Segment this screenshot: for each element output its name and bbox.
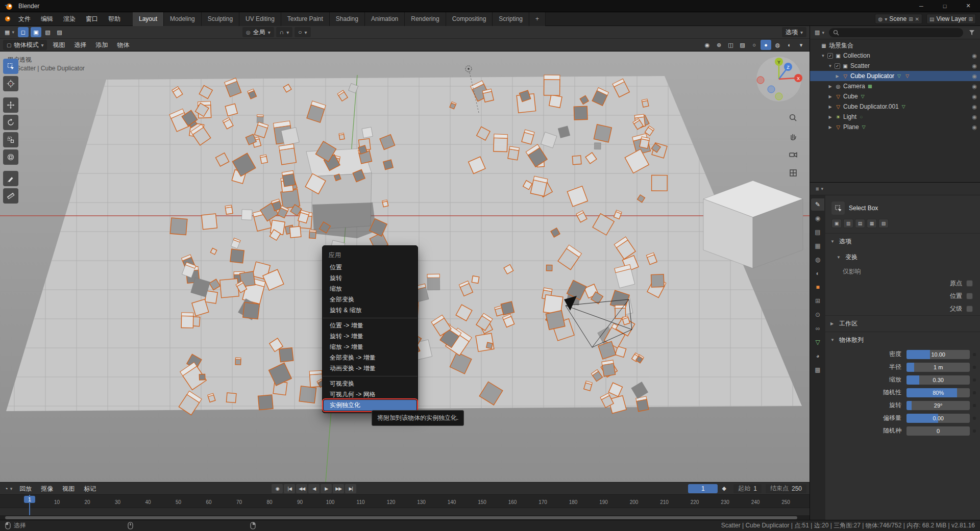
eye-icon[interactable] — [972, 63, 977, 69]
context-menu-item[interactable] — [323, 376, 418, 376]
context-menu-item[interactable]: 旋转 — [324, 273, 416, 284]
eye-icon[interactable] — [972, 83, 977, 90]
timeline-menu-item[interactable]: 标记 — [79, 483, 101, 495]
eye-icon[interactable] — [972, 93, 977, 100]
eye-icon[interactable] — [972, 73, 977, 80]
disclosure-arrow-icon[interactable]: ▶ — [827, 84, 833, 89]
outliner-row[interactable]: ▶ ◎ Camera ▩ — [810, 81, 980, 91]
workspace-tab[interactable]: Scripting — [493, 12, 529, 26]
eye-icon[interactable] — [972, 114, 977, 120]
measure-tool[interactable] — [3, 188, 18, 204]
shading-material-preview[interactable]: ◍ — [772, 40, 783, 50]
minimize-button[interactable]: ─ — [910, 0, 933, 12]
animate-dot[interactable] — [973, 429, 976, 433]
preset-invert[interactable]: ▦ — [867, 219, 877, 228]
shading-solid[interactable]: ● — [761, 40, 771, 50]
rotate-tool[interactable] — [3, 115, 18, 130]
workspace-tab[interactable]: Layout — [133, 12, 164, 26]
row-label[interactable]: Camera — [843, 83, 865, 90]
disclosure-arrow-icon[interactable]: ▼ — [820, 54, 826, 58]
preset-extend[interactable]: ▥ — [843, 219, 853, 228]
transform-orientation-dropdown[interactable]: ◎ 全局 ▾ — [242, 27, 274, 37]
menu-item[interactable]: 文件 — [13, 12, 36, 26]
gizmos-dropdown[interactable]: ⊕ — [714, 40, 724, 50]
outliner-search-input[interactable] — [829, 28, 963, 37]
eye-icon[interactable] — [972, 124, 977, 131]
row-label[interactable]: Collection — [843, 52, 870, 59]
value-slider[interactable]: 0.30 — [906, 375, 970, 385]
animate-dot[interactable] — [973, 366, 976, 369]
maximize-button[interactable]: □ — [933, 0, 957, 12]
eye-icon[interactable] — [972, 104, 977, 110]
row-label[interactable]: Cube Duplicator.001 — [843, 103, 899, 110]
options-panel-header[interactable]: ▼ 选项 — [825, 233, 980, 249]
context-menu-item[interactable]: 可视几何 -> 网格 — [324, 389, 416, 400]
value-slider[interactable]: 10.00 — [906, 350, 970, 359]
proportional-editing-dropdown[interactable]: ○ ▾ — [295, 27, 310, 37]
collection-checkbox[interactable] — [827, 53, 833, 59]
value-slider[interactable]: 0.00 — [906, 414, 970, 423]
disclosure-arrow-icon[interactable]: ▼ — [827, 64, 833, 68]
play-button[interactable]: ▶ — [321, 484, 332, 493]
workspace-tab[interactable]: Animation — [365, 12, 405, 26]
scrollbar-thumb[interactable] — [5, 516, 797, 519]
workspace-tab[interactable]: + — [529, 12, 546, 26]
disclosure-arrow-icon[interactable]: ▶ — [827, 105, 833, 109]
frame-start-field[interactable]: 起始 1 — [733, 484, 762, 493]
modifiers-tab[interactable]: ⊞ — [811, 295, 824, 307]
preset-intersect[interactable]: ▧ — [878, 219, 889, 228]
shading-dropdown[interactable]: ▾ — [796, 40, 806, 50]
filter-icon[interactable] — [966, 28, 977, 38]
viewport-menu-item[interactable]: 物体 — [112, 39, 134, 52]
disclosure-arrow-icon[interactable]: ▶ — [835, 74, 840, 79]
texture-tab[interactable]: ▩ — [811, 364, 824, 376]
active-tool-preview-icon[interactable] — [831, 201, 845, 215]
annotate-tool[interactable] — [3, 171, 18, 186]
browse-scene-caret-icon[interactable]: ▾ — [885, 16, 887, 22]
output-tab[interactable]: ▤ — [811, 226, 824, 238]
gizmo-y-label[interactable]: Y — [777, 60, 780, 65]
transform-tool[interactable] — [3, 149, 18, 165]
zoom-icon[interactable] — [787, 112, 799, 124]
material-tab[interactable]: ◕ — [811, 350, 824, 362]
toggle-ortho-icon[interactable] — [787, 167, 799, 179]
select-box-tool[interactable] — [3, 59, 18, 74]
context-menu-item[interactable]: 旋转 & 缩放 — [324, 305, 416, 316]
blender-app-menu[interactable] — [2, 14, 13, 24]
workspace-tab[interactable]: Sculpting — [202, 12, 239, 26]
object-data-tab[interactable]: ▽ — [811, 336, 824, 348]
properties-editor-type-button[interactable]: ≡ — [814, 184, 825, 194]
row-label[interactable]: Plane — [843, 123, 859, 131]
select-mode-subtract[interactable]: ▨ — [54, 27, 65, 37]
active-tool-tab[interactable]: ✎ — [811, 198, 824, 211]
outliner-row[interactable]: ▶ ▽ Cube Duplicator.001 ▽ — [810, 102, 980, 112]
gizmo-z-label[interactable]: Z — [787, 65, 790, 70]
constraints-tab[interactable]: ∞ — [811, 322, 824, 335]
outliner-row[interactable]: ▶ ▽ Cube ▽ — [810, 91, 980, 102]
next-keyframe-button[interactable]: ▶▶ — [333, 484, 344, 493]
select-mode-extend[interactable]: ▧ — [42, 27, 53, 37]
scale-tool[interactable] — [3, 132, 18, 147]
context-menu-item[interactable]: 位置 -> 增量 — [324, 320, 416, 331]
outliner-row[interactable]: ▶ ☀ Light ◌ — [810, 112, 980, 122]
menu-item[interactable]: 渲染 — [58, 12, 81, 26]
animate-dot[interactable] — [973, 391, 976, 394]
outliner-row[interactable]: ▼ ▣ Scatter — [810, 61, 980, 71]
close-button[interactable]: ✕ — [957, 0, 980, 12]
context-menu-item[interactable]: 旋转 -> 增量 — [324, 331, 416, 342]
editor-type-button[interactable]: ▦ — [3, 27, 16, 37]
viewport-menu-item[interactable]: 选择 — [69, 39, 91, 52]
workspace-tab[interactable]: Shading — [330, 12, 365, 26]
view-layer-selector[interactable]: ▤ View Layer ⊞ — [926, 14, 976, 24]
viewport-canvas[interactable]: 用户透视 (1) Scatter | Cube Duplicator — [0, 52, 810, 482]
cursor-tool[interactable] — [3, 76, 18, 91]
outliner-editor-type-button[interactable]: ▥ — [813, 28, 826, 38]
value-slider[interactable]: 1 m — [906, 363, 970, 372]
menu-item[interactable]: 帮助 — [103, 12, 126, 26]
active-tool-icon[interactable]: ◻ — [18, 27, 29, 37]
timeline-menu-item[interactable]: 抠像 — [36, 483, 58, 495]
checkbox[interactable] — [966, 306, 973, 312]
outliner-row[interactable]: ▼ ▣ Collection — [810, 50, 980, 61]
context-menu-item[interactable]: 可视变换 — [324, 378, 416, 389]
overlays-dropdown[interactable]: ◫ — [725, 40, 736, 50]
